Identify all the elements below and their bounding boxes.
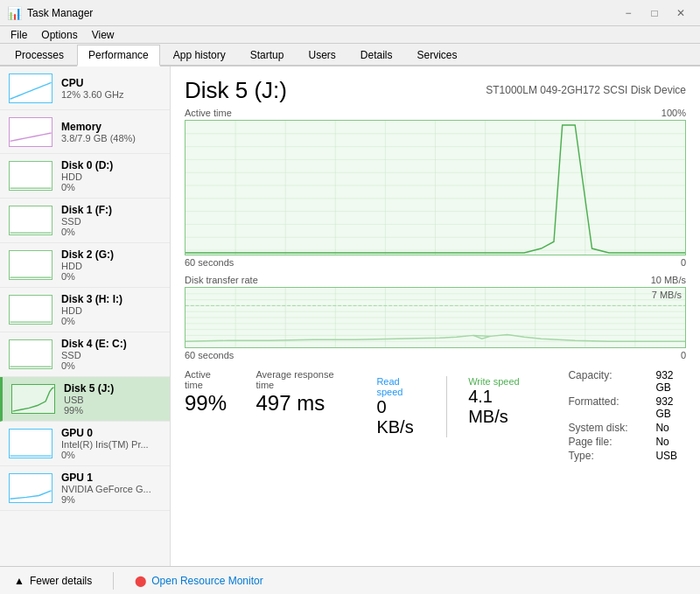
read-speed-value: 0 KB/s — [376, 397, 425, 437]
active-time-label: Active time — [185, 108, 232, 118]
svg-rect-5 — [10, 296, 51, 324]
active-time-end: 0 — [681, 257, 686, 268]
write-speed-block: Write speed 4.1 MB/s — [468, 376, 533, 437]
response-time-stat: Average response time 497 ms — [256, 369, 350, 415]
capacity-label: Capacity: — [568, 369, 647, 394]
gpu0-thumbnail — [9, 429, 52, 458]
detail-panel: Disk 5 (J:) ST1000LM 049-2GH172 SCSI Dis… — [171, 66, 700, 566]
gpu0-val: 0% — [61, 450, 149, 460]
sidebar-item-disk5[interactable]: Disk 5 (J:) USB 99% — [0, 377, 170, 422]
active-time-stat-value: 99% — [185, 392, 229, 415]
disk4-sub: SSD — [61, 350, 127, 360]
transfer-rate-label: Disk transfer rate — [185, 275, 258, 285]
page-file-value: No — [655, 436, 668, 448]
active-time-chart-section: Active time 100% — [185, 108, 686, 268]
cpu-sub: 12% 3.60 GHz — [61, 89, 124, 100]
disk2-label: Disk 2 (G:) — [61, 248, 114, 261]
window-title: Task Manager — [27, 7, 93, 19]
disk4-thumbnail — [9, 339, 52, 369]
disk2-sub: HDD — [61, 261, 114, 271]
response-time-stat-value: 497 ms — [256, 392, 350, 415]
transfer-rate-chart: 7 MB/s — [185, 287, 686, 348]
main-content: CPU 12% 3.60 GHz Memory 3.8/7.9 GB (48%) — [0, 66, 700, 566]
capacity-row: Capacity: 932 GB — [568, 369, 686, 394]
tab-app-history[interactable]: App history — [162, 45, 237, 65]
menu-view[interactable]: View — [85, 27, 122, 43]
disk0-label: Disk 0 (D:) — [61, 159, 113, 171]
rw-and-info: Read speed 0 KB/s Write speed 4.1 MB/s — [376, 369, 533, 437]
svg-rect-1 — [10, 118, 51, 146]
fewer-details-button[interactable]: ▲ Fewer details — [10, 573, 95, 589]
active-time-stat: Active time 99% — [185, 369, 229, 415]
sidebar-item-disk0[interactable]: Disk 0 (D:) HDD 0% — [0, 154, 170, 199]
sidebar-item-disk4[interactable]: Disk 4 (E: C:) SSD 0% — [0, 332, 170, 377]
svg-rect-2 — [10, 162, 51, 190]
info-table: Capacity: 932 GB Formatted: 932 GB Syste… — [568, 369, 686, 464]
transfer-rate-end: 0 — [681, 350, 686, 360]
gpu0-label: GPU 0 — [61, 427, 149, 439]
type-label: Type: — [568, 450, 647, 462]
menu-options[interactable]: Options — [34, 27, 84, 43]
close-button[interactable]: ✕ — [668, 4, 693, 22]
read-speed-label: Read speed — [376, 376, 425, 397]
formatted-row: Formatted: 932 GB — [568, 395, 686, 420]
tab-users[interactable]: Users — [297, 45, 346, 65]
sidebar: CPU 12% 3.60 GHz Memory 3.8/7.9 GB (48%) — [0, 66, 171, 566]
stats-row: Active time 99% Average response time 49… — [185, 369, 686, 464]
menu-bar: File Options View — [0, 26, 700, 44]
disk1-label: Disk 1 (F:) — [61, 204, 112, 216]
transfer-rate-marker: 7 MB/s — [652, 290, 682, 300]
tab-details[interactable]: Details — [349, 45, 404, 65]
menu-file[interactable]: File — [4, 27, 34, 43]
disk1-val: 0% — [61, 227, 112, 237]
resource-monitor-icon: ⬤ — [135, 575, 146, 587]
tab-performance[interactable]: Performance — [77, 45, 160, 66]
gpu1-thumbnail — [9, 473, 52, 503]
tab-startup[interactable]: Startup — [239, 45, 296, 65]
transfer-rate-chart-section: Disk transfer rate 10 MB/s 7 MB/s — [185, 275, 686, 360]
sidebar-item-memory[interactable]: Memory 3.8/7.9 GB (48%) — [0, 110, 170, 154]
sidebar-item-gpu0[interactable]: GPU 0 Intel(R) Iris(TM) Pr... 0% — [0, 422, 170, 466]
svg-rect-4 — [10, 251, 51, 279]
svg-rect-3 — [10, 206, 51, 234]
svg-rect-0 — [10, 74, 51, 102]
formatted-value: 932 GB — [655, 395, 686, 420]
detail-title: Disk 5 (J:) — [185, 77, 287, 104]
app-icon: 📊 — [7, 6, 22, 20]
disk1-sub: SSD — [61, 216, 112, 227]
write-speed-value: 4.1 MB/s — [468, 387, 533, 427]
tab-services[interactable]: Services — [406, 45, 469, 65]
memory-label: Memory — [61, 121, 136, 133]
response-time-stat-label: Average response time — [256, 369, 350, 390]
sidebar-item-disk3[interactable]: Disk 3 (H: I:) HDD 0% — [0, 288, 170, 332]
rw-divider — [446, 376, 447, 437]
memory-thumbnail — [9, 117, 52, 147]
open-resource-monitor-button[interactable]: ⬤ Open Resource Monitor — [131, 573, 266, 589]
detail-model: ST1000LM 049-2GH172 SCSI Disk Device — [486, 84, 686, 96]
gpu1-val: 9% — [61, 494, 151, 505]
maximize-button[interactable]: □ — [642, 4, 667, 22]
title-bar: 📊 Task Manager − □ ✕ — [0, 0, 700, 26]
gpu0-sub: Intel(R) Iris(TM) Pr... — [61, 439, 149, 450]
sidebar-item-gpu1[interactable]: GPU 1 NVIDIA GeForce G... 9% — [0, 466, 170, 511]
disk1-thumbnail — [9, 206, 52, 235]
memory-sub: 3.8/7.9 GB (48%) — [61, 133, 136, 143]
sidebar-item-cpu[interactable]: CPU 12% 3.60 GHz — [0, 66, 170, 110]
transfer-rate-max: 10 MB/s — [651, 275, 686, 285]
active-time-stat-label: Active time — [185, 369, 229, 390]
status-divider — [113, 572, 114, 590]
system-disk-label: System disk: — [568, 422, 647, 434]
tab-processes[interactable]: Processes — [4, 45, 75, 65]
chevron-up-icon: ▲ — [14, 575, 24, 587]
sidebar-item-disk1[interactable]: Disk 1 (F:) SSD 0% — [0, 199, 170, 243]
page-file-row: Page file: No — [568, 436, 686, 448]
minimize-button[interactable]: − — [616, 4, 640, 22]
disk5-val: 99% — [64, 405, 114, 416]
disk0-sub: HDD — [61, 171, 113, 182]
tab-bar: Processes Performance App history Startu… — [0, 44, 700, 66]
sidebar-item-disk2[interactable]: Disk 2 (G:) HDD 0% — [0, 243, 170, 288]
disk5-thumbnail — [11, 384, 55, 414]
disk4-val: 0% — [61, 360, 127, 371]
window-controls: − □ ✕ — [616, 4, 693, 22]
disk5-label: Disk 5 (J:) — [64, 382, 114, 395]
